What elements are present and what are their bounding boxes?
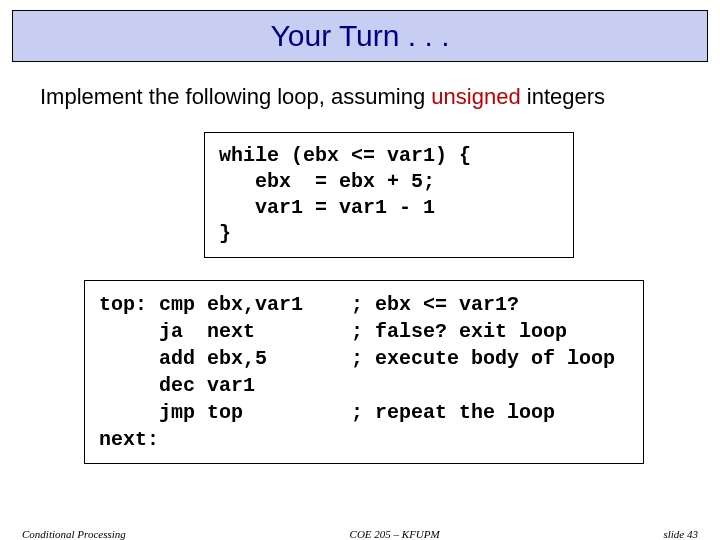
footer-right: slide 43 (663, 528, 698, 540)
subtitle-unsigned-word: unsigned (431, 84, 520, 109)
slide: Your Turn . . . Implement the following … (0, 10, 720, 540)
footer: Conditional Processing COE 205 – KFUPM s… (0, 528, 720, 540)
title-bar: Your Turn . . . (12, 10, 708, 62)
footer-center: COE 205 – KFUPM (126, 528, 664, 540)
subtitle: Implement the following loop, assuming u… (40, 84, 720, 110)
assembly-box: top: cmp ebx,var1 ; ebx <= var1? ja next… (84, 280, 644, 464)
slide-title: Your Turn . . . (271, 19, 450, 53)
pseudocode-box: while (ebx <= var1) { ebx = ebx + 5; var… (204, 132, 574, 258)
subtitle-part-2: integers (521, 84, 605, 109)
subtitle-part-1: Implement the following loop, assuming (40, 84, 431, 109)
footer-left: Conditional Processing (22, 528, 126, 540)
